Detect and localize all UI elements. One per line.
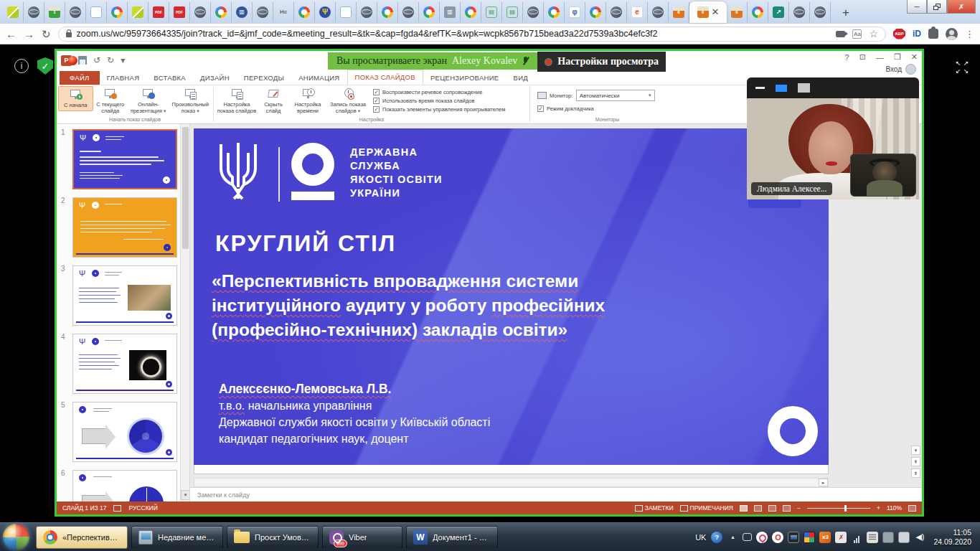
thumbnail-slide-1[interactable]: 1 Ψ (57, 127, 190, 195)
taskbar-clock[interactable]: 11:05 24.09.2020 (930, 528, 977, 547)
tab-view[interactable]: ВИД (507, 71, 536, 85)
view-sorter-button[interactable] (754, 505, 762, 512)
thumbnail-slide-2-preview[interactable]: Ψ (72, 197, 177, 258)
browser-tab-clipo[interactable]: 6 (669, 2, 689, 22)
taskbar-viber-button[interactable]: 999 Viber (322, 526, 402, 549)
thumbnail-slide-6-preview[interactable] (72, 470, 177, 501)
tab-design[interactable]: ДИЗАЙН (193, 71, 237, 85)
help-tray-icon[interactable]: ? (711, 532, 722, 543)
thumbnail-slide-3-preview[interactable]: Ψ (72, 265, 177, 326)
rehearse-timings-button[interactable]: Настройка времени (288, 86, 327, 116)
browser-tab-phi[interactable]: φ (565, 2, 585, 22)
thumbnail-slide-5[interactable]: 5 (57, 400, 190, 468)
blocked-tray-icon[interactable]: ✗ (835, 532, 847, 543)
redo-icon[interactable]: ↻ (107, 55, 114, 65)
browser-tab-teal2[interactable]: ▤ (502, 2, 523, 22)
ppt-close-button[interactable]: ✕ (911, 52, 918, 62)
tab-slideshow[interactable]: ПОКАЗ СЛАЙДОВ (347, 70, 423, 85)
volume-tray-icon[interactable]: ◀) (914, 532, 925, 543)
from-beginning-button[interactable]: С начала (58, 86, 93, 111)
browser-tab-globe[interactable] (810, 2, 831, 22)
browser-tab-bankg[interactable]: ▥ (440, 2, 461, 22)
monitor-select[interactable]: Автоматически▾ (576, 90, 655, 101)
cube-tray-icon[interactable] (804, 532, 815, 543)
active-tab[interactable]: 6✕ (689, 1, 727, 23)
zoom-slider[interactable] (807, 508, 870, 509)
browser-tab-pdf[interactable]: PDF (169, 2, 190, 22)
self-view-video[interactable] (850, 154, 916, 197)
zoom-out-button[interactable]: − (797, 504, 801, 512)
thumbnail-slide-3[interactable]: 3 Ψ (57, 263, 190, 331)
info-icon[interactable]: i (14, 59, 29, 73)
adblock-extension-icon[interactable]: ABP (893, 29, 905, 39)
tab-transitions[interactable]: ПЕРЕХОДЫ (237, 71, 291, 85)
browser-tab-bank[interactable]: ▥ (232, 2, 253, 22)
thumbnail-scrollbar[interactable]: ▾ (180, 124, 189, 501)
comments-toggle[interactable]: ПРИМЕЧАНИЯ (680, 504, 733, 512)
x3-tray-icon[interactable]: x3 (819, 532, 831, 543)
browser-tab-g[interactable] (461, 2, 481, 22)
browser-tab-g[interactable] (294, 2, 315, 22)
language-switcher[interactable]: UK (695, 533, 706, 542)
clipboard-tray-icon[interactable] (898, 532, 910, 543)
thumbnail-slide-6[interactable]: 6 (57, 468, 190, 501)
browser-tab-g[interactable] (377, 2, 398, 22)
browser-tab-clipg[interactable]: 1 (44, 2, 65, 22)
browser-tab-pdf[interactable]: PDF (149, 2, 169, 22)
address-bar[interactable]: zoom.us/wc/95973664335/join?track_id=&jm… (58, 27, 886, 42)
browser-tab-globe[interactable] (648, 2, 669, 22)
record-slideshow-button[interactable]: Запись показа слайдов ▾ (327, 86, 369, 116)
signal-tray-icon[interactable] (851, 532, 862, 543)
browser-tab-globe[interactable] (65, 2, 86, 22)
previous-slide-icon[interactable]: ⇞ (911, 457, 920, 466)
tab-home[interactable]: ГЛАВНАЯ (100, 71, 147, 85)
taskbar-word-button[interactable]: W Документ1 - Micr... (406, 526, 498, 549)
save-icon[interactable] (78, 56, 87, 65)
scroll-right-icon[interactable]: ▸ (819, 479, 828, 486)
browser-tab-globe[interactable] (190, 2, 211, 22)
thumbnail-slide-1-preview[interactable]: Ψ (72, 129, 177, 189)
bookmark-star-icon[interactable]: ☆ (869, 28, 878, 39)
horizontal-scrollbar[interactable]: ▸ (194, 478, 829, 487)
browser-tab-teal2[interactable]: ▤ (481, 2, 502, 22)
ppt-help-button[interactable]: ? (845, 53, 849, 62)
start-button[interactable] (3, 524, 29, 550)
taskbar-chrome-button[interactable]: «Перспективніст... (36, 526, 128, 549)
browser-tab-globe[interactable] (357, 2, 377, 22)
main-slide[interactable]: ДЕРЖАВНА СЛУЖБА ЯКОСТІ ОСВІТИ УКРАЇНИ КР… (194, 128, 829, 465)
fit-slide-button[interactable] (908, 505, 916, 512)
browser-tab-teal[interactable]: ↗ (768, 2, 789, 22)
signin-area[interactable]: Вход (885, 64, 916, 75)
tab-review[interactable]: РЕЦЕНЗИРОВАНИЕ (423, 71, 507, 85)
signin-label[interactable]: Вход (885, 65, 902, 73)
hide-slide-button[interactable]: Скрыть слайд (258, 86, 288, 116)
forward-button[interactable]: → (24, 29, 34, 39)
browser-tab-ec[interactable]: e (627, 2, 648, 22)
display-tray-icon[interactable] (788, 532, 799, 543)
tab-file[interactable]: ФАЙЛ (60, 71, 100, 85)
browser-tab-globe[interactable] (253, 2, 273, 22)
window-minimize-button[interactable]: ─ (907, 0, 927, 14)
taskbar-recent-places-button[interactable]: Недавние места (131, 526, 223, 549)
journal-tray-icon[interactable] (867, 532, 878, 543)
view-reading-button[interactable] (768, 505, 776, 512)
video-layout-blue-icon[interactable] (776, 85, 787, 92)
browser-tab-g[interactable] (544, 2, 565, 22)
browser-tab-ymap[interactable] (128, 2, 149, 22)
view-normal-button[interactable] (740, 505, 748, 512)
extensions-puzzle-icon[interactable] (928, 29, 938, 39)
viber-tray-icon[interactable] (756, 532, 768, 543)
checkbox-presenter-view[interactable]: ✓Режим докладчика (537, 105, 683, 112)
browser-tab-docb[interactable] (86, 2, 107, 22)
zoom-slider-knob[interactable] (844, 505, 847, 512)
notes-placeholder[interactable]: Заметки к слайду (197, 491, 250, 499)
tab-insert[interactable]: ВСТАВКА (146, 71, 193, 85)
view-settings-button[interactable]: Настройки просмотра (537, 52, 666, 72)
expand-tray-icon[interactable]: ▴ (727, 532, 738, 543)
next-slide-icon[interactable]: ⇟ (911, 468, 920, 478)
ppt-restore-button[interactable]: ❐ (894, 52, 901, 62)
browser-tab-docb[interactable] (336, 2, 357, 22)
browser-tab-g[interactable] (748, 2, 768, 22)
camera-icon[interactable] (836, 31, 845, 37)
window-close-button[interactable]: ✗ (947, 0, 976, 14)
